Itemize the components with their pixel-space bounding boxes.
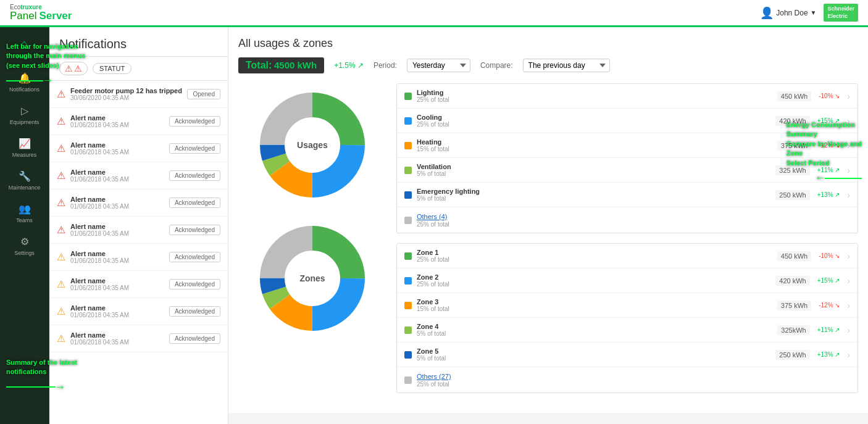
sidebar-item-home[interactable]: ⌂ Home: [0, 32, 49, 65]
zone-row-5[interactable]: Zone 5 5% of total 250 kWh +13% ↗ ›: [397, 343, 858, 367]
warning-icon-2: ⚠: [74, 64, 82, 73]
zone5-chevron[interactable]: ›: [847, 350, 850, 360]
total-kwh: 4500 kWh: [274, 60, 317, 70]
header-right: 👤 John Doe ▼ Schneider Electric: [760, 4, 858, 22]
notif-item-9[interactable]: ⚠ Alert name 01/06/2018 04:35 AM Acknowl…: [49, 298, 228, 325]
notif-date-10: 01/06/2018 04:35 AM: [70, 339, 164, 346]
zone1-chevron[interactable]: ›: [847, 251, 850, 261]
notif-date-3: 01/06/2018 04:35 AM: [70, 149, 164, 156]
notif-title-3: Alert name: [70, 141, 164, 149]
zone3-change: -12% ↘: [819, 302, 840, 309]
sidebar-item-measures[interactable]: 📈 Measures: [0, 133, 49, 163]
ventilation-value: 325 kWh: [775, 165, 809, 175]
notif-item-5[interactable]: ⚠ Alert name 01/06/2018 04:35 AM Acknowl…: [49, 189, 228, 217]
heating-sub: 15% of total: [417, 146, 772, 152]
zone-row-1[interactable]: Zone 1 25% of total 450 kWh -10% ↘ ›: [397, 244, 858, 268]
sidebar-label-equipments: Equipments: [10, 119, 40, 125]
main-content: All usages & zones Total: 4500 kWh +1.5%…: [228, 27, 868, 424]
zone4-color: [404, 326, 412, 334]
notif-item-1[interactable]: ⚠ Feeder motor pump 12 has tripped 30/06…: [49, 81, 228, 108]
zone4-chevron[interactable]: ›: [847, 325, 850, 335]
zone3-color: [404, 302, 412, 309]
compare-select[interactable]: The previous day The previous week The p…: [523, 59, 610, 72]
notif-badge-6: Acknowledged: [169, 225, 220, 235]
notif-item-7[interactable]: ⚠ Alert name 01/06/2018 04:35 AM Acknowl…: [49, 244, 228, 271]
total-value-box: Total: 4500 kWh: [238, 57, 324, 73]
notif-item-4[interactable]: ⚠ Alert name 01/06/2018 04:35 AM Acknowl…: [49, 162, 228, 189]
notif-content-5: Alert name 01/06/2018 04:35 AM: [70, 196, 164, 210]
usage-row-others[interactable]: Others (4) 25% of total: [397, 207, 858, 233]
user-dropdown-icon[interactable]: ▼: [811, 9, 817, 16]
ventilation-color: [404, 167, 412, 174]
zone1-sub: 25% of total: [417, 256, 772, 263]
filter-badge-warnings[interactable]: ⚠ ⚠: [59, 62, 88, 75]
sidebar-item-notifications[interactable]: 🔔 Notifications: [0, 67, 49, 98]
usage-row-cooling[interactable]: Cooling 25% of total 420 kWh +15% ↗ ›: [397, 109, 858, 133]
notif-content-7: Alert name 01/06/2018 04:35 AM: [70, 250, 164, 264]
usage-row-emergency[interactable]: Emergency lighting 5% of total 250 kWh +…: [397, 183, 858, 207]
zone1-change: -10% ↘: [819, 252, 840, 259]
warning-icon-1: ⚠: [65, 64, 73, 73]
others-zone-link[interactable]: Others (27): [417, 373, 451, 380]
notif-alert-icon-4: ⚠: [57, 170, 65, 181]
zone1-name: Zone 1: [417, 249, 772, 256]
period-select[interactable]: Yesterday Today Last 7 days Last 30 days: [407, 59, 470, 72]
notif-badge-5: Acknowledged: [169, 197, 220, 208]
zone-row-others[interactable]: Others (27) 25% of total: [397, 367, 858, 393]
notif-date-9: 01/06/2018 04:35 AM: [70, 312, 164, 318]
ventilation-chevron[interactable]: ›: [847, 165, 850, 175]
notif-title-4: Alert name: [70, 168, 164, 176]
logo-area: Ecotruxure Panel Server: [10, 4, 72, 22]
notif-item-2[interactable]: ⚠ Alert name 01/06/2018 04:35 AM Acknowl…: [49, 108, 228, 135]
schneider-logo: Schneider Electric: [824, 4, 858, 22]
notif-item-10[interactable]: ⚠ Alert name 01/06/2018 04:35 AM Acknowl…: [49, 325, 228, 352]
sidebar-item-equipments[interactable]: ▷ Equipments: [0, 100, 49, 130]
usage-row-heating[interactable]: Heating 15% of total 375 kWh -12% ↘ ›: [397, 133, 858, 158]
notif-content-6: Alert name 01/06/2018 04:35 AM: [70, 223, 164, 237]
zone1-value: 450 kWh: [777, 251, 811, 261]
zone-row-2[interactable]: Zone 2 25% of total 420 kWh +15% ↗ ›: [397, 268, 858, 293]
notif-title-5: Alert name: [70, 196, 164, 203]
notif-title-2: Alert name: [70, 114, 164, 122]
notif-item-3[interactable]: ⚠ Alert name 01/06/2018 04:35 AM Acknowl…: [49, 135, 228, 162]
usage-row-ventilation[interactable]: Ventilation 5% of total 325 kWh +11% ↗ ›: [397, 158, 858, 183]
heating-name: Heating: [417, 138, 772, 146]
zone5-name: Zone 5: [417, 347, 770, 355]
notif-item-6[interactable]: ⚠ Alert name 01/06/2018 04:35 AM Acknowl…: [49, 217, 228, 244]
emergency-chevron[interactable]: ›: [847, 190, 850, 200]
user-info[interactable]: 👤 John Doe ▼: [760, 6, 816, 20]
usages-chart-container: Usages: [238, 83, 386, 207]
content-inner: All usages & zones Total: 4500 kWh +1.5%…: [228, 27, 868, 413]
heating-change: -12% ↘: [819, 142, 840, 149]
zone-row-4[interactable]: Zone 4 5% of total 325kWh +11% ↗ ›: [397, 318, 858, 343]
notif-alert-icon-7: ⚠: [57, 251, 65, 263]
sidebar-label-measures: Measures: [12, 152, 37, 158]
sidebar-item-settings[interactable]: ⚙ Settings: [0, 231, 49, 261]
notif-item-8[interactable]: ⚠ Alert name 01/06/2018 04:35 AM Acknowl…: [49, 271, 228, 298]
usage-row-lighting[interactable]: Lighting 25% of total 450 kWh -10% ↘ ›: [397, 84, 858, 109]
notif-date-7: 01/06/2018 04:35 AM: [70, 257, 164, 264]
lighting-color: [404, 93, 412, 100]
emergency-change: +13% ↗: [817, 191, 840, 198]
filter-statut-button[interactable]: STATUT: [93, 63, 131, 74]
notif-content-4: Alert name 01/06/2018 04:35 AM: [70, 168, 164, 183]
zone1-color: [404, 252, 412, 260]
others-usage-link[interactable]: Others (4): [417, 213, 448, 220]
zone3-chevron[interactable]: ›: [847, 301, 850, 310]
eco-logo: Ecotruxure Panel Server: [10, 4, 72, 22]
notifications-title: Notifications: [49, 27, 228, 57]
sidebar-item-maintenance[interactable]: 🔧 Maintenance: [0, 165, 49, 196]
sidebar-item-teams[interactable]: 👥 Teams: [0, 198, 49, 228]
heating-chevron[interactable]: ›: [847, 141, 850, 151]
heating-color: [404, 142, 412, 149]
cooling-chevron[interactable]: ›: [847, 116, 850, 126]
notif-badge-9: Acknowledged: [169, 306, 220, 317]
lighting-chevron[interactable]: ›: [847, 91, 850, 101]
ventilation-change: +11% ↗: [817, 167, 840, 173]
zone-row-3[interactable]: Zone 3 15% of total 375 kWh -12% ↘ ›: [397, 293, 858, 318]
notif-content-9: Alert name 01/06/2018 04:35 AM: [70, 304, 164, 318]
page-title: All usages & zones: [238, 37, 858, 50]
zone5-color: [404, 351, 412, 359]
zone2-chevron[interactable]: ›: [847, 276, 850, 286]
emergency-sub: 5% of total: [417, 195, 770, 202]
